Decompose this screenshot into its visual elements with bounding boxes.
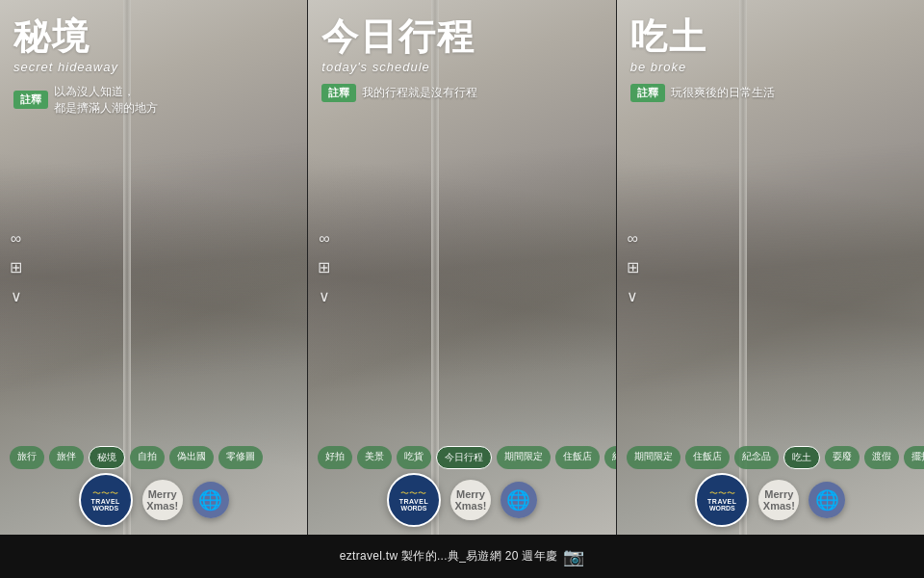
bottom-actions: 〜〜〜 TRAVEL WORDS MerryXmas! 🌐: [308, 473, 615, 527]
main-title: 今日行程: [321, 17, 602, 58]
bottom-bar: eztravel.tw 製作的...典_易遊網 20 週年慶 📷: [0, 535, 924, 578]
grid-icon[interactable]: ⊞: [10, 260, 22, 276]
screen-2: 今日行程 today's schedule 註釋 我的行程就是沒有行程 ∞ ⊞ …: [308, 0, 616, 535]
small-button[interactable]: 🌐: [500, 482, 537, 518]
tag-pill[interactable]: 旅伴: [49, 446, 84, 469]
subtitle-en: be broke: [630, 60, 911, 74]
top-content: 秘境 secret hideaway 註釋 以為沒人知道，都是擠滿人潮的地方: [13, 17, 294, 116]
grid-icon[interactable]: ⊞: [318, 260, 330, 276]
infinity-icon[interactable]: ∞: [319, 231, 329, 247]
small-icon: 🌐: [815, 488, 839, 512]
tag-pill[interactable]: 住飯店: [685, 446, 730, 469]
tag-pill[interactable]: 吃土: [783, 446, 820, 469]
annotation-text: 玩很爽後的日常生活: [671, 85, 775, 101]
tag-pill[interactable]: 住飯店: [555, 446, 600, 469]
tags-row: 好拍 美景 吃貨 今日行程 期間限定 住飯店 紀念品: [308, 446, 615, 469]
chevron-down-icon[interactable]: ∨: [627, 289, 638, 304]
tag-pill[interactable]: 好拍: [318, 446, 352, 469]
secondary-icon: MerryXmas!: [454, 488, 486, 512]
secondary-button[interactable]: MerryXmas!: [758, 480, 799, 520]
secondary-icon: MerryXmas!: [146, 488, 178, 512]
tag-pill[interactable]: 美景: [357, 446, 392, 469]
annotation-row: 註釋 玩很爽後的日常生活: [630, 84, 911, 102]
infinity-icon[interactable]: ∞: [627, 231, 637, 247]
tag-pill[interactable]: 擺拍: [904, 446, 924, 469]
camera-icon: 📷: [563, 546, 584, 567]
side-icons: ∞ ⊞ ∨: [627, 231, 639, 304]
small-icon: 🌐: [198, 488, 222, 512]
travel-label: TRAVEL: [399, 498, 428, 505]
annotation-badge: 註釋: [630, 84, 665, 102]
grid-icon[interactable]: ⊞: [627, 260, 639, 276]
top-content: 今日行程 today's schedule 註釋 我的行程就是沒有行程: [321, 17, 602, 102]
infinity-icon[interactable]: ∞: [11, 231, 21, 247]
annotation-badge: 註釋: [13, 91, 48, 109]
wave-icon: 〜〜〜: [92, 489, 118, 498]
annotation-row: 註釋 以為沒人知道，都是擠滿人潮的地方: [13, 84, 294, 117]
secondary-button[interactable]: MerryXmas!: [450, 480, 491, 520]
tag-pill[interactable]: 自拍: [130, 446, 165, 469]
bottom-bar-text: eztravel.tw 製作的...典_易遊網 20 週年慶: [340, 548, 557, 565]
tag-pill[interactable]: 秘境: [89, 446, 125, 469]
main-title: 吃土: [630, 17, 911, 58]
words-label: WORDS: [709, 505, 735, 512]
words-label: WORDS: [92, 505, 118, 512]
travel-words-button[interactable]: 〜〜〜 TRAVEL WORDS: [387, 473, 441, 527]
tag-pill[interactable]: 紀念品: [604, 446, 615, 469]
subtitle-en: secret hideaway: [13, 60, 294, 74]
side-icons: ∞ ⊞ ∨: [318, 231, 330, 304]
subtitle-en: today's schedule: [321, 60, 602, 74]
annotation-text: 以為沒人知道，都是擠滿人潮的地方: [54, 84, 158, 117]
main-title: 秘境: [13, 17, 294, 58]
chevron-down-icon[interactable]: ∨: [319, 289, 330, 304]
bottom-actions: 〜〜〜 TRAVEL WORDS MerryXmas! 🌐: [617, 473, 924, 527]
travel-label: TRAVEL: [90, 498, 119, 505]
annotation-text: 我的行程就是沒有行程: [362, 85, 477, 101]
travel-label: TRAVEL: [707, 498, 736, 505]
tag-pill[interactable]: 耍廢: [825, 446, 860, 469]
top-content: 吃土 be broke 註釋 玩很爽後的日常生活: [630, 17, 911, 102]
tag-pill[interactable]: 偽出國: [169, 446, 214, 469]
wave-icon: 〜〜〜: [709, 489, 735, 498]
screens-container: 秘境 secret hideaway 註釋 以為沒人知道，都是擠滿人潮的地方 ∞…: [0, 0, 924, 535]
bottom-actions: 〜〜〜 TRAVEL WORDS MerryXmas! 🌐: [0, 473, 307, 527]
tag-pill[interactable]: 吃貨: [397, 446, 431, 469]
words-label: WORDS: [401, 505, 427, 512]
tag-pill[interactable]: 旅行: [10, 446, 44, 469]
secondary-icon: MerryXmas!: [763, 488, 795, 512]
screen-3: 吃土 be broke 註釋 玩很爽後的日常生活 ∞ ⊞ ∨ 期間限定 住飯店 …: [617, 0, 924, 535]
annotation-badge: 註釋: [321, 84, 356, 102]
travel-words-button[interactable]: 〜〜〜 TRAVEL WORDS: [79, 473, 133, 527]
side-icons: ∞ ⊞ ∨: [10, 231, 22, 304]
tag-pill[interactable]: 紀念品: [734, 446, 779, 469]
secondary-button[interactable]: MerryXmas!: [142, 480, 183, 520]
tag-pill[interactable]: 渡假: [864, 446, 899, 469]
small-button[interactable]: 🌐: [808, 482, 845, 518]
chevron-down-icon[interactable]: ∨: [11, 289, 22, 304]
tags-row: 旅行 旅伴 秘境 自拍 偽出國 零修圖: [0, 446, 307, 469]
small-icon: 🌐: [506, 488, 530, 512]
travel-words-button[interactable]: 〜〜〜 TRAVEL WORDS: [695, 473, 749, 527]
tag-pill[interactable]: 今日行程: [436, 446, 492, 469]
wave-icon: 〜〜〜: [400, 489, 426, 498]
tag-pill[interactable]: 期間限定: [627, 446, 680, 469]
tags-row: 期間限定 住飯店 紀念品 吃土 耍廢 渡假 擺拍: [617, 446, 924, 469]
tag-pill[interactable]: 零修圖: [218, 446, 263, 469]
annotation-row: 註釋 我的行程就是沒有行程: [321, 84, 602, 102]
small-button[interactable]: 🌐: [192, 482, 229, 518]
tag-pill[interactable]: 期間限定: [497, 446, 551, 469]
screen-1: 秘境 secret hideaway 註釋 以為沒人知道，都是擠滿人潮的地方 ∞…: [0, 0, 308, 535]
